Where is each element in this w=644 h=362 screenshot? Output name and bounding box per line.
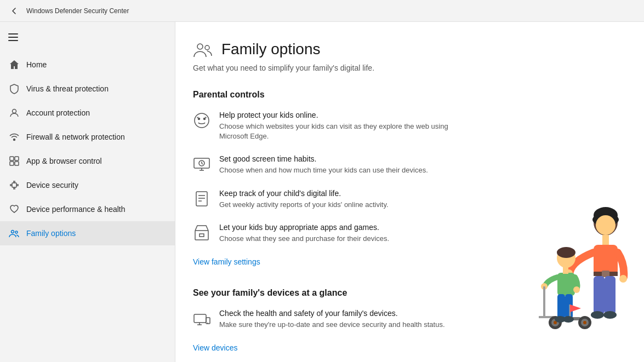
- family-icon: [9, 228, 20, 239]
- svg-point-17: [197, 44, 203, 49]
- feature-apps-games-content: Let your kids buy appropriate apps and g…: [219, 223, 389, 244]
- svg-point-67: [583, 321, 586, 324]
- feature-apps-games-desc: Choose what they see and purchase for th…: [219, 234, 389, 244]
- svg-point-40: [596, 215, 615, 235]
- heart-icon: [9, 204, 20, 215]
- svg-point-49: [591, 311, 604, 319]
- view-devices-link[interactable]: View devices: [193, 343, 237, 352]
- main-layout: Home Virus & threat protection Account p…: [0, 22, 644, 362]
- sidebar-label-family: Family options: [26, 228, 76, 238]
- feature-digital-life-content: Keep track of your child's digital life.…: [219, 189, 389, 210]
- svg-rect-31: [200, 234, 204, 237]
- svg-rect-30: [195, 231, 208, 240]
- content-wrapper: Family options Get what you need to simp…: [175, 22, 644, 362]
- svg-point-48: [619, 275, 627, 283]
- svg-point-50: [603, 311, 617, 319]
- home-icon: [9, 59, 20, 70]
- svg-point-1: [14, 139, 15, 141]
- feature-screen-time: Set good screen time habits. Choose when…: [193, 154, 618, 175]
- sidebar-item-device-health[interactable]: Device performance & health: [0, 197, 175, 221]
- svg-point-21: [204, 118, 206, 120]
- sidebar-item-family[interactable]: Family options: [0, 221, 175, 245]
- title-bar: Windows Defender Security Center: [0, 0, 644, 22]
- report-icon: [193, 190, 210, 208]
- sidebar-label-app-browser: App & browser control: [26, 156, 102, 166]
- page-title: Family options: [221, 41, 321, 58]
- svg-rect-2: [10, 157, 14, 160]
- svg-rect-4: [10, 162, 14, 165]
- svg-rect-53: [557, 273, 575, 296]
- sidebar-label-device-health: Device performance & health: [26, 204, 126, 214]
- sidebar-item-virus[interactable]: Virus & threat protection: [0, 77, 175, 101]
- svg-point-19: [195, 113, 209, 128]
- sidebar-label-virus: Virus & threat protection: [26, 84, 109, 94]
- hamburger-button[interactable]: [2, 26, 24, 48]
- page-subtitle: Get what you need to simplify your famil…: [193, 64, 618, 72]
- svg-rect-57: [557, 294, 565, 319]
- svg-point-20: [198, 118, 200, 120]
- svg-rect-26: [196, 192, 207, 206]
- svg-point-15: [12, 231, 14, 233]
- svg-rect-6: [12, 183, 16, 187]
- svg-marker-69: [570, 304, 581, 312]
- sidebar-item-app-browser[interactable]: App & browser control: [0, 149, 175, 173]
- svg-rect-41: [594, 245, 618, 275]
- svg-point-56: [573, 286, 580, 293]
- back-button[interactable]: [7, 3, 22, 19]
- feature-health-safety-content: Check the health and safety of your fami…: [219, 309, 445, 330]
- svg-rect-42: [602, 235, 609, 245]
- feature-protect-kids-content: Help protect your kids online. Choose wh…: [219, 111, 460, 141]
- feature-screen-time-title: Set good screen time habits.: [219, 154, 428, 163]
- chip-icon: [9, 180, 20, 191]
- svg-point-16: [15, 231, 18, 233]
- app-icon: [9, 156, 20, 166]
- svg-rect-32: [194, 314, 206, 323]
- feature-digital-life-title: Keep track of your child's digital life.: [219, 189, 389, 198]
- feature-screen-time-content: Set good screen time habits. Choose when…: [219, 154, 428, 175]
- svg-point-0: [13, 110, 16, 113]
- feature-apps-games-title: Let your kids buy appropriate apps and g…: [219, 223, 389, 232]
- svg-rect-45: [594, 276, 605, 314]
- smiley-icon: [193, 112, 210, 129]
- family-page-icon: [193, 39, 213, 59]
- svg-point-52: [557, 247, 575, 258]
- svg-point-18: [205, 45, 209, 50]
- sidebar-item-device-security[interactable]: Device security: [0, 173, 175, 197]
- feature-protect-kids: Help protect your kids online. Choose wh…: [193, 111, 618, 141]
- sidebar-item-account[interactable]: Account protection: [0, 101, 175, 125]
- svg-point-71: [563, 316, 574, 323]
- svg-rect-54: [563, 267, 568, 274]
- feature-protect-kids-title: Help protect your kids online.: [219, 111, 460, 119]
- feature-screen-time-desc: Choose when and how much time your kids …: [219, 165, 428, 175]
- hamburger-icon: [8, 33, 18, 41]
- wifi-icon: [9, 131, 20, 142]
- app-title: Windows Defender Security Center: [26, 7, 129, 15]
- svg-rect-3: [15, 157, 19, 160]
- svg-rect-5: [15, 162, 19, 165]
- sidebar-label-account: Account protection: [26, 108, 90, 118]
- sidebar-item-firewall[interactable]: Firewall & network protection: [0, 125, 175, 149]
- feature-digital-life-desc: Get weekly activity reports of your kids…: [219, 200, 389, 210]
- sidebar-label-device-security: Device security: [26, 180, 78, 190]
- view-family-settings-link[interactable]: View family settings: [193, 257, 260, 266]
- page-header: Family options: [193, 39, 618, 59]
- screen-time-icon: [193, 156, 210, 173]
- sidebar-label-firewall: Firewall & network protection: [26, 132, 125, 142]
- devices-icon: [193, 310, 210, 327]
- svg-rect-46: [605, 276, 615, 314]
- parental-controls-title: Parental controls: [193, 90, 618, 100]
- person-icon: [9, 107, 20, 118]
- feature-health-safety-desc: Make sure they're up-to-date and see dev…: [219, 320, 445, 330]
- shield-icon: [9, 83, 20, 94]
- family-illustration: [523, 187, 644, 362]
- feature-health-safety-title: Check the health and safety of your fami…: [219, 309, 445, 318]
- sidebar-label-home: Home: [26, 60, 47, 70]
- feature-protect-kids-desc: Choose which websites your kids can visi…: [219, 122, 460, 141]
- store-icon: [193, 224, 210, 242]
- sidebar-item-home[interactable]: Home: [0, 53, 175, 77]
- sidebar: Home Virus & threat protection Account p…: [0, 22, 175, 362]
